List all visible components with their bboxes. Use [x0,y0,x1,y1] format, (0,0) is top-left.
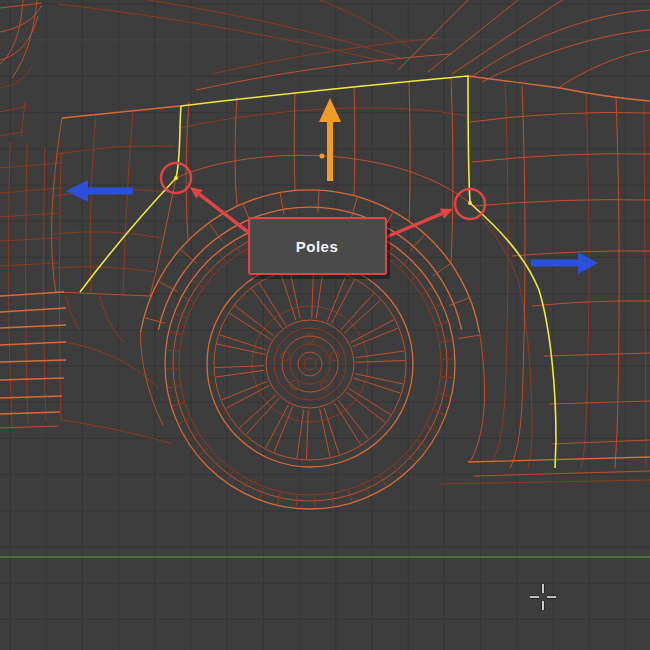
pole-vertex-right [468,201,472,205]
orange-vertex-dot [320,154,325,159]
viewport-canvas[interactable]: Poles [0,0,650,650]
poles-label-text: Poles [296,238,339,255]
blender-3d-viewport[interactable]: Poles [0,0,650,650]
poles-label: Poles [249,218,390,279]
pole-vertex-left [174,176,178,180]
